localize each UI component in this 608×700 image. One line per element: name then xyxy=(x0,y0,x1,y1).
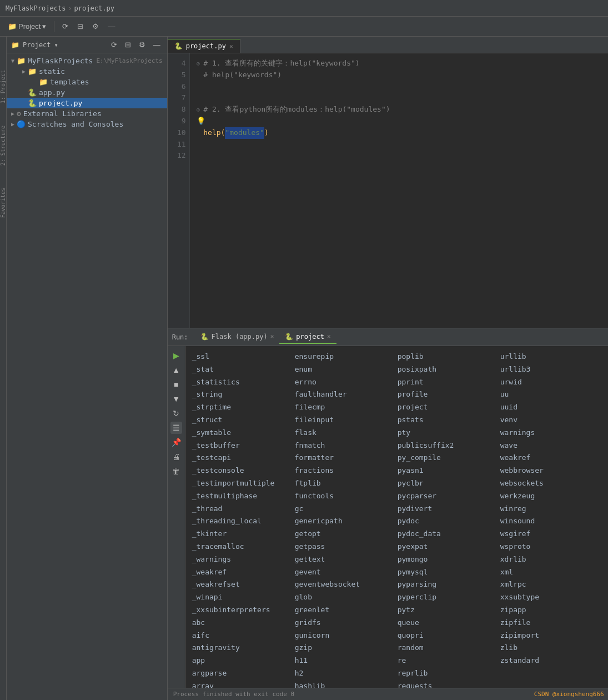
sidebar-label-static: static xyxy=(39,67,65,76)
main-layout: 1: Project 2: Structure Favorites 📁 Proj… xyxy=(0,37,608,700)
templates-folder-icon: 📁 xyxy=(39,78,48,86)
split-btn[interactable]: ⊟ xyxy=(74,21,87,32)
module-item: poplib xyxy=(398,351,500,363)
run-clear-btn[interactable]: 🗑 xyxy=(170,465,182,477)
module-item: faulthandler xyxy=(295,388,398,401)
module-item: _threading_local xyxy=(192,515,295,528)
label-structure: 2: Structure xyxy=(0,126,6,166)
module-item: urwid xyxy=(500,376,603,389)
module-item: glob xyxy=(295,591,398,604)
run-list-btn[interactable]: ☰ xyxy=(170,422,182,434)
project-tab-close[interactable]: ✕ xyxy=(327,333,331,340)
run-print-btn[interactable]: 🖨 xyxy=(170,451,182,463)
run-tab-project[interactable]: 🐍 project ✕ xyxy=(279,331,336,344)
code-line-4: ⊙ # 1. 查看所有的关键字：help("keywords") xyxy=(197,58,603,69)
module-item: argparse xyxy=(192,667,295,680)
module-item: queue xyxy=(398,617,500,629)
module-item: project xyxy=(398,401,500,414)
module-item: posixpath xyxy=(398,363,500,376)
tab-projectpy[interactable]: 🐍 project.py ✕ xyxy=(168,39,240,53)
flask-tab-label: Flask (app.py) xyxy=(212,333,268,341)
sidebar-item-external-libs[interactable]: ▶ ⚙ External Libraries xyxy=(7,108,167,119)
module-item: pycparser xyxy=(398,490,500,503)
sidebar-item-static[interactable]: ▶ 📁 static xyxy=(7,66,167,77)
run-tabs: Run: 🐍 Flask (app.py) ✕ 🐍 project ✕ xyxy=(168,328,608,346)
title-bar: MyFlaskProjects › project.py xyxy=(0,0,608,17)
module-item: re xyxy=(398,654,500,667)
projectpy-icon: 🐍 xyxy=(28,99,37,107)
flask-tab-close[interactable]: ✕ xyxy=(270,333,274,340)
module-item: _ssl xyxy=(192,351,295,363)
sidebar-sync-btn[interactable]: ⟳ xyxy=(109,40,119,49)
sync-btn[interactable]: ⟳ xyxy=(59,21,72,32)
project-dropdown-btn[interactable]: 📁 Project ▾ xyxy=(4,21,49,32)
module-item: array xyxy=(192,680,295,688)
run-up-btn[interactable]: ▲ xyxy=(170,364,182,376)
run-pin-btn[interactable]: 📌 xyxy=(169,436,183,448)
module-item: publicsuffix2 xyxy=(398,439,500,452)
module-item: warnings xyxy=(500,427,603,439)
module-item: winsound xyxy=(500,515,603,528)
sidebar-item-apppy[interactable]: ▶ 🐍 app.py xyxy=(7,87,167,98)
code-line-11 xyxy=(197,139,603,151)
code-line-10: ⊙ help("modules") xyxy=(197,127,603,139)
module-item: _testimportmultiple xyxy=(192,477,295,490)
run-toolbar: ▶ ▲ ■ ▼ ↻ ☰ 📌 🖨 🗑 xyxy=(168,346,185,688)
module-item: pyperclip xyxy=(398,591,500,604)
code-line-7 xyxy=(197,92,603,104)
module-item: uuid xyxy=(500,401,603,414)
root-label: MyFlaskProjects xyxy=(28,57,93,65)
sidebar-item-templates[interactable]: ▶ 📁 templates xyxy=(7,77,167,87)
module-item: webbrowser xyxy=(500,464,603,477)
module-item: gevent xyxy=(295,566,398,579)
module-item: _struct xyxy=(192,414,295,427)
sidebar-split-btn[interactable]: ⊟ xyxy=(123,40,133,49)
sidebar-label-apppy: app.py xyxy=(39,88,65,97)
tab-projectpy-close[interactable]: ✕ xyxy=(229,43,233,50)
editor-content: 4 5 6 7 8 9 10 11 12 ⊙ # 1. 查看所有的关键字：hel… xyxy=(168,53,608,328)
module-item: zlib xyxy=(500,642,603,654)
module-item: gzip xyxy=(295,642,398,654)
module-item: pstats xyxy=(398,414,500,427)
module-item: genericpath xyxy=(295,515,398,528)
tab-projectpy-icon: 🐍 xyxy=(174,42,183,50)
module-grid: _sslensurepippopliburllib_statenumposixp… xyxy=(192,351,603,688)
module-item: gettext xyxy=(295,553,398,566)
static-folder-icon: 📁 xyxy=(28,67,37,76)
code-line-8: ⊙ # 2. 查看python所有的modules：help("modules"… xyxy=(197,104,603,116)
module-item: xml xyxy=(500,566,603,579)
module-item: fileinput xyxy=(295,414,398,427)
run-rerun-btn[interactable]: ↻ xyxy=(170,407,182,419)
run-play-btn[interactable]: ▶ xyxy=(171,349,182,362)
module-item: pprint xyxy=(398,376,500,389)
toolbar-separator xyxy=(54,21,54,32)
code-editor[interactable]: ⊙ # 1. 查看所有的关键字：help("keywords") ⊙ # hel… xyxy=(190,53,608,328)
process-status: Process finished with exit code 0 xyxy=(173,691,295,698)
run-stop-btn[interactable]: ■ xyxy=(172,378,180,391)
sidebar-settings-btn[interactable]: ⚙ xyxy=(137,40,148,49)
module-item: random xyxy=(398,642,500,654)
module-item: websockets xyxy=(500,477,603,490)
module-item: flask xyxy=(295,427,398,439)
minimize-btn[interactable]: — xyxy=(104,21,118,32)
sidebar-hide-btn[interactable]: — xyxy=(151,40,163,49)
sidebar-item-projectpy[interactable]: ▶ 🐍 project.py xyxy=(7,98,167,108)
run-tab-flask[interactable]: 🐍 Flask (app.py) ✕ xyxy=(195,331,280,344)
project-name: MyFlaskProjects xyxy=(6,4,66,12)
module-item: enum xyxy=(295,363,398,376)
project-tab-label: project xyxy=(296,333,324,341)
tree-root[interactable]: ▼ 📁 MyFlaskProjects E:\MyFlaskProjects xyxy=(7,56,167,66)
settings-btn[interactable]: ⚙ xyxy=(89,21,102,32)
module-item: h2 xyxy=(295,667,398,680)
module-item: zstandard xyxy=(500,654,603,667)
module-item: getpass xyxy=(295,541,398,553)
module-item: h11 xyxy=(295,654,398,667)
run-down-btn[interactable]: ▼ xyxy=(170,393,182,405)
module-item: ensurepip xyxy=(295,351,398,363)
scratches-icon: 🔵 xyxy=(17,120,26,128)
module-item: _string xyxy=(192,388,295,401)
flask-tab-icon: 🐍 xyxy=(200,333,209,341)
module-item: pymysql xyxy=(398,566,500,579)
sidebar-item-scratches[interactable]: ▶ 🔵 Scratches and Consoles xyxy=(7,119,167,129)
module-item: _testbuffer xyxy=(192,439,295,452)
